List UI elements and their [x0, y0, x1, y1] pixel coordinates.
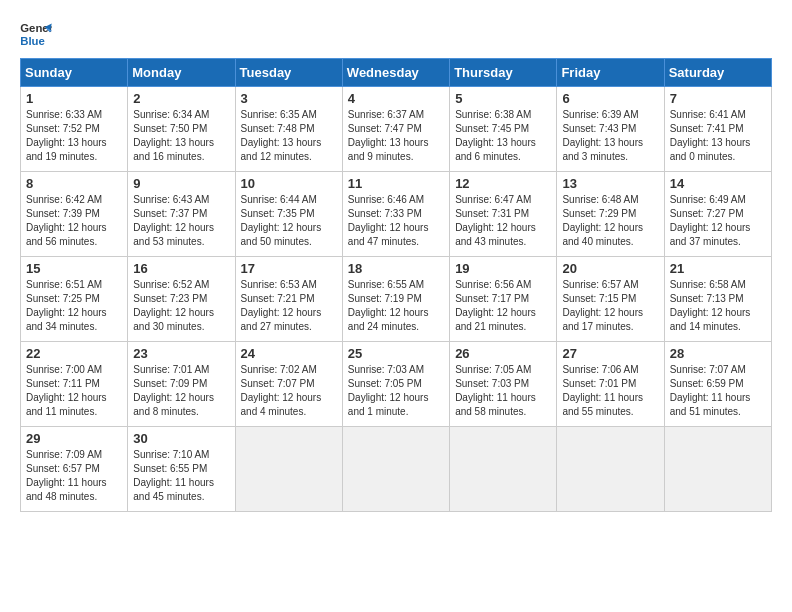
day-info: Sunrise: 6:43 AM Sunset: 7:37 PM Dayligh…	[133, 193, 229, 249]
week-row-1: 1Sunrise: 6:33 AM Sunset: 7:52 PM Daylig…	[21, 87, 772, 172]
day-info: Sunrise: 6:51 AM Sunset: 7:25 PM Dayligh…	[26, 278, 122, 334]
week-row-3: 15Sunrise: 6:51 AM Sunset: 7:25 PM Dayli…	[21, 257, 772, 342]
day-info: Sunrise: 7:09 AM Sunset: 6:57 PM Dayligh…	[26, 448, 122, 504]
calendar-table: SundayMondayTuesdayWednesdayThursdayFrid…	[20, 58, 772, 512]
calendar-cell: 15Sunrise: 6:51 AM Sunset: 7:25 PM Dayli…	[21, 257, 128, 342]
calendar-cell	[557, 427, 664, 512]
svg-text:Blue: Blue	[20, 35, 45, 47]
calendar-body: 1Sunrise: 6:33 AM Sunset: 7:52 PM Daylig…	[21, 87, 772, 512]
day-info: Sunrise: 7:03 AM Sunset: 7:05 PM Dayligh…	[348, 363, 444, 419]
day-number: 23	[133, 346, 229, 361]
calendar-cell: 6Sunrise: 6:39 AM Sunset: 7:43 PM Daylig…	[557, 87, 664, 172]
day-info: Sunrise: 6:49 AM Sunset: 7:27 PM Dayligh…	[670, 193, 766, 249]
calendar-cell: 25Sunrise: 7:03 AM Sunset: 7:05 PM Dayli…	[342, 342, 449, 427]
day-info: Sunrise: 6:55 AM Sunset: 7:19 PM Dayligh…	[348, 278, 444, 334]
calendar-cell: 3Sunrise: 6:35 AM Sunset: 7:48 PM Daylig…	[235, 87, 342, 172]
day-info: Sunrise: 7:00 AM Sunset: 7:11 PM Dayligh…	[26, 363, 122, 419]
calendar-cell: 26Sunrise: 7:05 AM Sunset: 7:03 PM Dayli…	[450, 342, 557, 427]
calendar-cell: 7Sunrise: 6:41 AM Sunset: 7:41 PM Daylig…	[664, 87, 771, 172]
calendar-cell: 10Sunrise: 6:44 AM Sunset: 7:35 PM Dayli…	[235, 172, 342, 257]
day-info: Sunrise: 7:06 AM Sunset: 7:01 PM Dayligh…	[562, 363, 658, 419]
day-number: 28	[670, 346, 766, 361]
week-row-4: 22Sunrise: 7:00 AM Sunset: 7:11 PM Dayli…	[21, 342, 772, 427]
calendar-cell: 1Sunrise: 6:33 AM Sunset: 7:52 PM Daylig…	[21, 87, 128, 172]
day-number: 12	[455, 176, 551, 191]
day-info: Sunrise: 6:39 AM Sunset: 7:43 PM Dayligh…	[562, 108, 658, 164]
calendar-cell: 14Sunrise: 6:49 AM Sunset: 7:27 PM Dayli…	[664, 172, 771, 257]
day-number: 27	[562, 346, 658, 361]
logo-icon: General Blue	[20, 20, 52, 48]
day-number: 17	[241, 261, 337, 276]
calendar-cell: 28Sunrise: 7:07 AM Sunset: 6:59 PM Dayli…	[664, 342, 771, 427]
calendar-cell: 22Sunrise: 7:00 AM Sunset: 7:11 PM Dayli…	[21, 342, 128, 427]
day-number: 10	[241, 176, 337, 191]
calendar-cell: 5Sunrise: 6:38 AM Sunset: 7:45 PM Daylig…	[450, 87, 557, 172]
calendar-cell: 9Sunrise: 6:43 AM Sunset: 7:37 PM Daylig…	[128, 172, 235, 257]
day-info: Sunrise: 6:46 AM Sunset: 7:33 PM Dayligh…	[348, 193, 444, 249]
day-info: Sunrise: 6:35 AM Sunset: 7:48 PM Dayligh…	[241, 108, 337, 164]
calendar-cell	[450, 427, 557, 512]
day-number: 18	[348, 261, 444, 276]
day-info: Sunrise: 7:07 AM Sunset: 6:59 PM Dayligh…	[670, 363, 766, 419]
day-number: 15	[26, 261, 122, 276]
calendar-cell: 27Sunrise: 7:06 AM Sunset: 7:01 PM Dayli…	[557, 342, 664, 427]
calendar-cell: 19Sunrise: 6:56 AM Sunset: 7:17 PM Dayli…	[450, 257, 557, 342]
week-row-2: 8Sunrise: 6:42 AM Sunset: 7:39 PM Daylig…	[21, 172, 772, 257]
calendar-cell: 13Sunrise: 6:48 AM Sunset: 7:29 PM Dayli…	[557, 172, 664, 257]
calendar-cell: 20Sunrise: 6:57 AM Sunset: 7:15 PM Dayli…	[557, 257, 664, 342]
day-number: 9	[133, 176, 229, 191]
day-number: 4	[348, 91, 444, 106]
calendar-cell: 12Sunrise: 6:47 AM Sunset: 7:31 PM Dayli…	[450, 172, 557, 257]
day-number: 29	[26, 431, 122, 446]
day-number: 20	[562, 261, 658, 276]
weekday-friday: Friday	[557, 59, 664, 87]
calendar-cell: 23Sunrise: 7:01 AM Sunset: 7:09 PM Dayli…	[128, 342, 235, 427]
weekday-monday: Monday	[128, 59, 235, 87]
day-number: 14	[670, 176, 766, 191]
day-number: 1	[26, 91, 122, 106]
weekday-saturday: Saturday	[664, 59, 771, 87]
day-info: Sunrise: 6:56 AM Sunset: 7:17 PM Dayligh…	[455, 278, 551, 334]
day-info: Sunrise: 7:01 AM Sunset: 7:09 PM Dayligh…	[133, 363, 229, 419]
day-info: Sunrise: 7:05 AM Sunset: 7:03 PM Dayligh…	[455, 363, 551, 419]
calendar-header: SundayMondayTuesdayWednesdayThursdayFrid…	[21, 59, 772, 87]
calendar-cell: 24Sunrise: 7:02 AM Sunset: 7:07 PM Dayli…	[235, 342, 342, 427]
day-info: Sunrise: 7:02 AM Sunset: 7:07 PM Dayligh…	[241, 363, 337, 419]
day-info: Sunrise: 6:41 AM Sunset: 7:41 PM Dayligh…	[670, 108, 766, 164]
day-number: 16	[133, 261, 229, 276]
day-number: 3	[241, 91, 337, 106]
day-number: 11	[348, 176, 444, 191]
day-info: Sunrise: 6:42 AM Sunset: 7:39 PM Dayligh…	[26, 193, 122, 249]
day-info: Sunrise: 6:58 AM Sunset: 7:13 PM Dayligh…	[670, 278, 766, 334]
day-info: Sunrise: 6:34 AM Sunset: 7:50 PM Dayligh…	[133, 108, 229, 164]
calendar-cell: 11Sunrise: 6:46 AM Sunset: 7:33 PM Dayli…	[342, 172, 449, 257]
calendar-cell: 21Sunrise: 6:58 AM Sunset: 7:13 PM Dayli…	[664, 257, 771, 342]
logo: General Blue	[20, 20, 52, 48]
calendar-cell: 17Sunrise: 6:53 AM Sunset: 7:21 PM Dayli…	[235, 257, 342, 342]
weekday-thursday: Thursday	[450, 59, 557, 87]
calendar-cell: 4Sunrise: 6:37 AM Sunset: 7:47 PM Daylig…	[342, 87, 449, 172]
day-info: Sunrise: 6:48 AM Sunset: 7:29 PM Dayligh…	[562, 193, 658, 249]
calendar-cell: 16Sunrise: 6:52 AM Sunset: 7:23 PM Dayli…	[128, 257, 235, 342]
day-number: 21	[670, 261, 766, 276]
day-info: Sunrise: 6:38 AM Sunset: 7:45 PM Dayligh…	[455, 108, 551, 164]
day-number: 30	[133, 431, 229, 446]
weekday-sunday: Sunday	[21, 59, 128, 87]
day-info: Sunrise: 6:37 AM Sunset: 7:47 PM Dayligh…	[348, 108, 444, 164]
day-number: 26	[455, 346, 551, 361]
calendar-cell	[342, 427, 449, 512]
day-info: Sunrise: 7:10 AM Sunset: 6:55 PM Dayligh…	[133, 448, 229, 504]
day-info: Sunrise: 6:57 AM Sunset: 7:15 PM Dayligh…	[562, 278, 658, 334]
day-info: Sunrise: 6:44 AM Sunset: 7:35 PM Dayligh…	[241, 193, 337, 249]
day-number: 19	[455, 261, 551, 276]
day-number: 5	[455, 91, 551, 106]
day-number: 13	[562, 176, 658, 191]
calendar-cell	[235, 427, 342, 512]
day-number: 24	[241, 346, 337, 361]
calendar-cell: 2Sunrise: 6:34 AM Sunset: 7:50 PM Daylig…	[128, 87, 235, 172]
day-number: 22	[26, 346, 122, 361]
week-row-5: 29Sunrise: 7:09 AM Sunset: 6:57 PM Dayli…	[21, 427, 772, 512]
day-number: 7	[670, 91, 766, 106]
page-header: General Blue	[20, 20, 772, 48]
calendar-cell: 18Sunrise: 6:55 AM Sunset: 7:19 PM Dayli…	[342, 257, 449, 342]
